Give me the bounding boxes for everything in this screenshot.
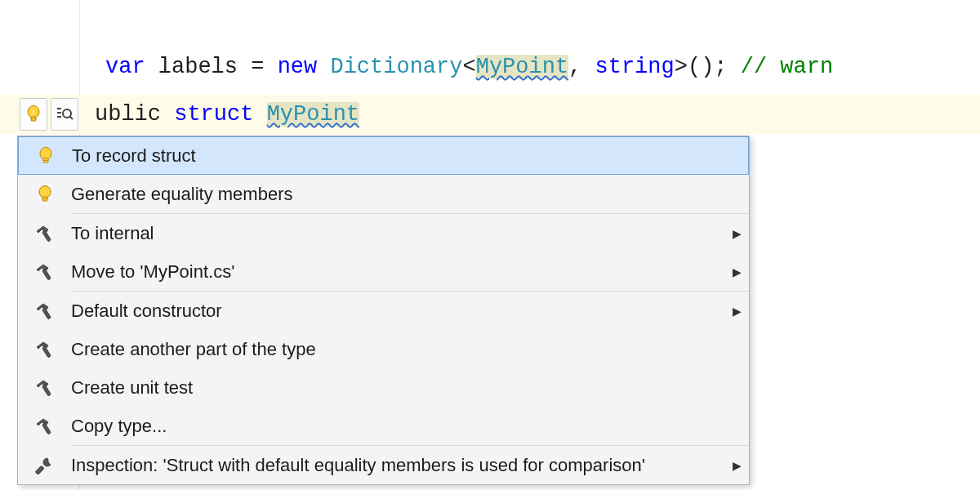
- menu-item-label: To record struct: [72, 145, 724, 167]
- token-comment: // warn: [728, 55, 834, 79]
- quick-actions-toolbar: [20, 95, 78, 134]
- menu-item[interactable]: To record struct: [18, 136, 749, 175]
- menu-item[interactable]: Create unit test: [18, 368, 749, 407]
- find-usages-button[interactable]: [51, 98, 78, 131]
- menu-item[interactable]: Inspection: 'Struct with default equalit…: [18, 446, 749, 484]
- menu-item[interactable]: Generate equality members: [18, 175, 749, 213]
- quick-actions-menu: To record structGenerate equality member…: [17, 136, 750, 485]
- token-type-mypoint: MyPoint: [267, 102, 359, 127]
- token-type-mypoint: MyPoint: [476, 55, 568, 79]
- wrench-icon: [35, 456, 55, 475]
- token-punct: >();: [675, 55, 728, 79]
- bulb-icon-slot: [18, 185, 71, 204]
- hammer-icon: [35, 263, 55, 281]
- hammer-icon: [35, 225, 55, 243]
- code-line-current[interactable]: ublic struct MyPoint: [0, 95, 980, 134]
- menu-item-label: To internal: [71, 223, 724, 244]
- token-space: [253, 102, 266, 127]
- hammer-icon: [35, 417, 55, 435]
- menu-item-label: Default constructor: [71, 301, 724, 322]
- menu-item-label: Inspection: 'Struct with default equalit…: [71, 455, 724, 476]
- menu-item-label: Copy type...: [71, 416, 724, 437]
- bulb-icon-slot: [19, 146, 72, 166]
- menu-item[interactable]: Create another part of the type: [18, 330, 749, 368]
- menu-item-label: Generate equality members: [71, 184, 724, 205]
- hammer-icon: [35, 302, 55, 320]
- menu-item-label: Create unit test: [71, 377, 724, 399]
- find-usages-icon: [56, 105, 74, 123]
- hammer-icon: [35, 341, 55, 359]
- token-punct: <: [462, 55, 475, 79]
- menu-item-label: Move to 'MyPoint.cs': [71, 261, 724, 283]
- token-punct: ,: [568, 55, 581, 79]
- hammer-icon-slot: [18, 263, 71, 281]
- submenu-arrow-icon: ▶: [724, 459, 749, 472]
- token-keyword: string: [581, 55, 674, 79]
- menu-item[interactable]: To internal▶: [18, 214, 749, 252]
- svg-rect-26: [35, 466, 44, 474]
- svg-point-8: [40, 147, 51, 159]
- hammer-icon-slot: [18, 225, 71, 243]
- token-keyword: struct: [174, 102, 253, 127]
- lightbulb-icon: [25, 105, 42, 124]
- menu-item[interactable]: Move to 'MyPoint.cs'▶: [18, 252, 749, 291]
- hammer-icon-slot: [18, 417, 71, 435]
- svg-line-7: [70, 117, 74, 120]
- token-text: ublic: [95, 102, 174, 127]
- wrench-icon-slot: [18, 456, 71, 475]
- lightbulb-icon: [37, 185, 53, 204]
- submenu-arrow-icon: ▶: [724, 227, 749, 240]
- menu-item[interactable]: Copy type...: [18, 407, 749, 445]
- hammer-icon-slot: [18, 302, 71, 320]
- svg-point-11: [39, 185, 51, 198]
- hammer-icon-slot: [18, 341, 71, 359]
- menu-item-label: Create another part of the type: [71, 339, 724, 360]
- menu-item[interactable]: Default constructor▶: [18, 292, 749, 330]
- lightbulb-icon: [38, 146, 54, 166]
- hammer-icon: [35, 379, 55, 397]
- hammer-icon-slot: [18, 379, 71, 397]
- lightbulb-button[interactable]: [20, 98, 47, 131]
- submenu-arrow-icon: ▶: [724, 265, 749, 278]
- submenu-arrow-icon: ▶: [724, 305, 749, 318]
